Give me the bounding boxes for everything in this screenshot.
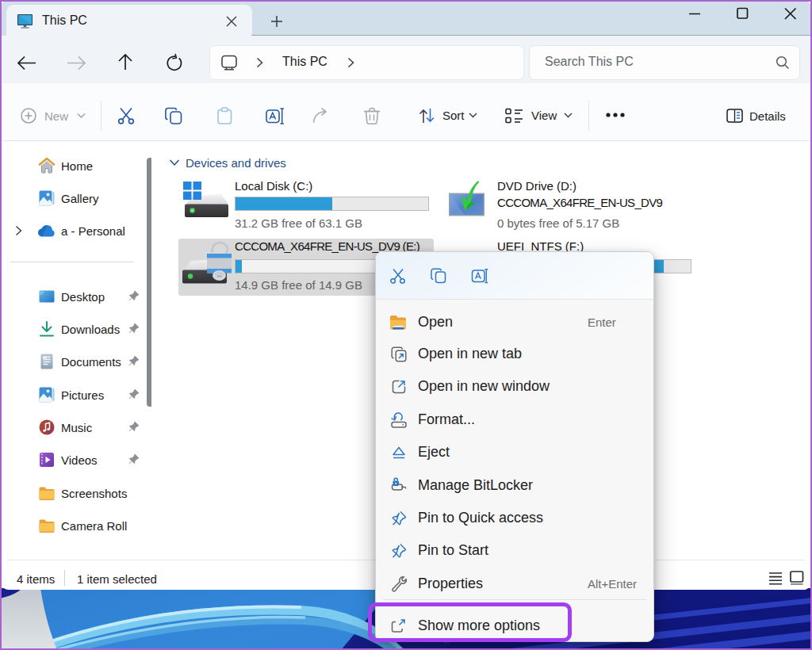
svg-text:View: View bbox=[531, 109, 557, 122]
svg-text:Sort: Sort bbox=[442, 109, 465, 122]
svg-text:New: New bbox=[44, 109, 68, 123]
